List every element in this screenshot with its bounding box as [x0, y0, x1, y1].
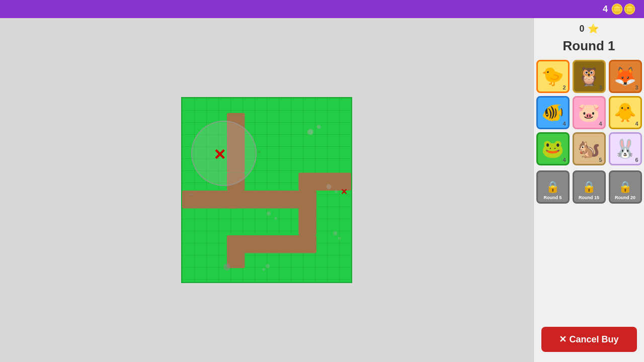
- char-badge-fox: 3: [635, 84, 638, 90]
- char-face-bunny: 🐰: [614, 140, 636, 158]
- char-card-pig[interactable]: 🐷 4: [573, 96, 606, 129]
- char-card-chick[interactable]: 🐤 2: [536, 60, 570, 93]
- map-path-svg: [182, 98, 351, 282]
- topbar: 4 🪙🪙: [0, 0, 644, 18]
- char-badge-fish: 4: [562, 121, 566, 127]
- locked-grid: 🔒 Round 5 🔒 Round 15 🔒 Round 20: [536, 170, 642, 204]
- locked-card-round15: 🔒 Round 15: [573, 170, 606, 204]
- x-mark[interactable]: ✕: [213, 147, 226, 162]
- panel-header: 0 ⭐: [579, 23, 598, 34]
- svg-point-18: [266, 264, 270, 268]
- char-face-chick: 🐤: [541, 67, 564, 85]
- round-title: Round 1: [563, 38, 615, 54]
- char-badge-bunny: 6: [635, 157, 638, 163]
- char-face-chipmunk: 🐿️: [578, 140, 600, 158]
- char-card-star[interactable]: 🐥 4: [609, 96, 642, 129]
- arrow-marker: →: [187, 190, 194, 198]
- locked-card-round20: 🔒 Round 20: [609, 170, 642, 204]
- svg-rect-1: [227, 172, 245, 191]
- star-count: 0: [579, 24, 584, 34]
- cancel-buy-button[interactable]: ✕ Cancel Buy: [541, 327, 637, 352]
- svg-point-12: [267, 211, 271, 215]
- lock-icon-1: 🔒: [546, 180, 559, 194]
- char-badge-frog: 4: [562, 157, 566, 163]
- locked-label-3: Round 20: [610, 195, 640, 200]
- svg-rect-5: [227, 235, 245, 268]
- char-face-fox: 🦊: [614, 67, 636, 85]
- svg-point-11: [335, 190, 338, 193]
- svg-point-10: [327, 184, 332, 189]
- char-face-fish: 🐠: [541, 104, 564, 122]
- game-map: ✕ → ✕: [181, 97, 352, 283]
- svg-point-9: [317, 125, 321, 129]
- locked-label-1: Round 5: [538, 195, 568, 200]
- char-badge-chick: 2: [562, 84, 566, 90]
- char-face-star: 🐥: [614, 104, 636, 122]
- char-badge-chipmunk: 5: [599, 157, 602, 163]
- lock-icon-2: 🔒: [582, 180, 596, 194]
- star-icon: ⭐: [588, 23, 599, 34]
- coin-count: 4 🪙🪙: [603, 3, 636, 15]
- char-card-chipmunk[interactable]: 🐿️ 5: [573, 132, 606, 165]
- char-badge-pig: 4: [599, 121, 602, 127]
- svg-rect-3: [298, 191, 316, 235]
- locked-card-round5: 🔒 Round 5: [536, 170, 570, 204]
- svg-point-13: [274, 217, 277, 220]
- svg-point-14: [223, 263, 230, 270]
- right-panel: 0 ⭐ Round 1 🐤 2 🦉 3 🦊 3 🐠 4: [533, 18, 644, 362]
- char-face-frog: 🐸: [541, 140, 564, 158]
- char-card-bunny[interactable]: 🐰 6: [609, 132, 642, 165]
- main-layout: ✕ → ✕ 0 ⭐ Round 1 🐤 2 🦉 3: [0, 18, 644, 362]
- coin-stack-icon: 🪙🪙: [611, 3, 636, 15]
- locked-label-2: Round 15: [574, 195, 604, 200]
- x-marker-right: ✕: [341, 187, 347, 197]
- character-grid: 🐤 2 🦉 3 🦊 3 🐠 4 🐷 4 🐥 4: [536, 60, 642, 165]
- svg-point-16: [338, 237, 341, 240]
- char-face-pig: 🐷: [578, 104, 600, 122]
- svg-point-19: [258, 150, 261, 153]
- svg-point-8: [307, 129, 313, 135]
- lock-icon-3: 🔒: [618, 180, 632, 194]
- coin-value: 4: [603, 4, 608, 15]
- game-area: ✕ → ✕: [0, 18, 533, 362]
- svg-rect-0: [227, 113, 245, 173]
- svg-point-15: [333, 231, 337, 235]
- char-badge-owl: 3: [599, 84, 602, 90]
- char-card-frog[interactable]: 🐸 4: [536, 132, 570, 165]
- char-face-owl: 🦉: [578, 67, 600, 85]
- char-card-fox[interactable]: 🦊 3: [609, 60, 642, 93]
- char-card-fish[interactable]: 🐠 4: [536, 96, 570, 129]
- char-card-owl[interactable]: 🦉 3: [573, 60, 606, 93]
- svg-point-17: [262, 268, 265, 271]
- char-badge-star: 4: [635, 121, 638, 127]
